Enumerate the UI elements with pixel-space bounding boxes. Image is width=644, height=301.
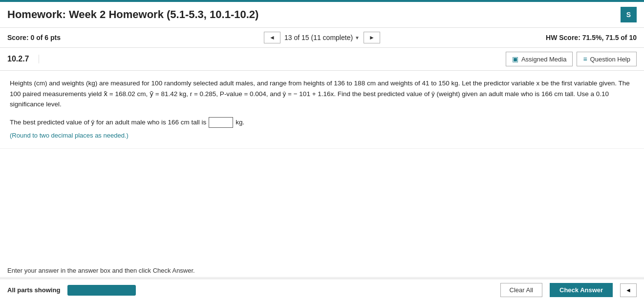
assigned-media-icon: ▣ [512, 55, 518, 63]
question-body: Heights (cm) and weights (kg) are measur… [0, 71, 644, 149]
prompt-before-text: The best predicted value of ŷ for an adu… [10, 117, 206, 128]
nav-position-label: 13 of 15 (11 complete) ▼ [284, 34, 360, 41]
all-parts-label: All parts showing [7, 286, 60, 294]
question-number: 10.2.7 [7, 55, 39, 63]
nav-controls: ◄ 13 of 15 (11 complete) ▼ ► [264, 32, 380, 43]
question-text: Heights (cm) and weights (kg) are measur… [10, 78, 634, 110]
question-prompt: The best predicted value of ŷ for an adu… [10, 117, 634, 128]
question-help-label: Question Help [590, 56, 630, 63]
question-header: 10.2.7 ▣ Assigned Media ≡ Question Help [0, 48, 644, 71]
progress-bar [67, 285, 136, 295]
page-title: Homework: Week 2 Homework (5.1-5.3, 10.1… [7, 8, 258, 21]
nav-next-button[interactable]: ► [364, 32, 380, 43]
title-bar-right-button[interactable]: S [621, 7, 637, 22]
score-text-label: Score: [7, 34, 29, 41]
footer-instructions: Enter your answer in the answer box and … [0, 264, 644, 278]
assigned-media-button[interactable]: ▣ Assigned Media [506, 52, 573, 66]
hw-score: HW Score: 71.5%, 71.5 of 10 [390, 34, 637, 41]
nav-prev-button[interactable]: ◄ [264, 32, 280, 43]
nav-position-text: 13 of 15 (11 complete) [284, 34, 353, 41]
score-nav-bar: Score: 0 of 6 pts ◄ 13 of 15 (11 complet… [0, 28, 644, 48]
round-note: (Round to two decimal places as needed.) [10, 131, 634, 141]
assigned-media-label: Assigned Media [521, 56, 567, 63]
footer-instructions-text: Enter your answer in the answer box and … [7, 267, 195, 274]
question-help-icon: ≡ [583, 55, 587, 63]
score-value: 0 of 6 pts [30, 34, 60, 41]
nav-dropdown-arrow[interactable]: ▼ [355, 35, 360, 40]
header-buttons: ▣ Assigned Media ≡ Question Help [506, 52, 637, 66]
question-help-button[interactable]: ≡ Question Help [577, 52, 637, 66]
hw-score-value: 71.5%, 71.5 of 10 [582, 34, 637, 41]
prompt-unit-text: kg. [236, 117, 244, 128]
clear-all-button[interactable]: Clear All [500, 283, 542, 295]
footer-nav-arrow-button[interactable]: ◄ [620, 283, 637, 295]
hw-score-label: HW Score: [546, 34, 580, 41]
check-answer-button[interactable]: Check Answer [550, 283, 613, 295]
score-label: Score: 0 of 6 pts [7, 34, 254, 41]
footer-bar: All parts showing Clear All Check Answer… [0, 279, 644, 295]
answer-input[interactable] [209, 117, 233, 128]
title-bar: Homework: Week 2 Homework (5.1-5.3, 10.1… [0, 2, 644, 28]
